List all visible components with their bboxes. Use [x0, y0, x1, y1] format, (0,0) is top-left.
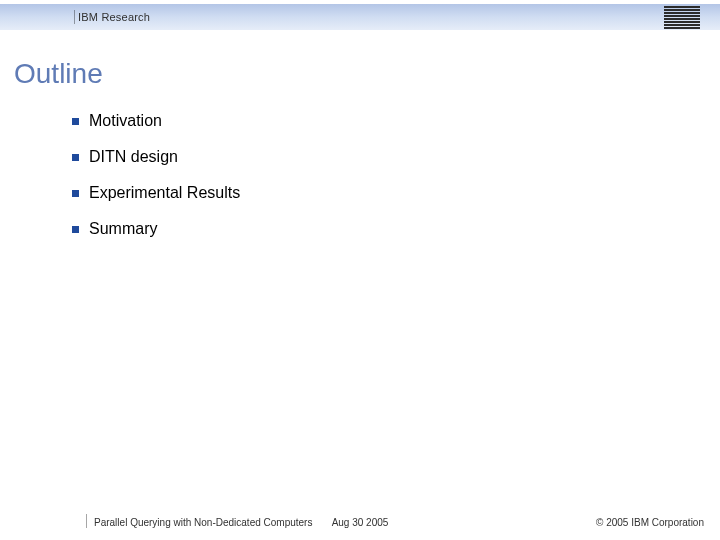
outline-list: Motivation DITN design Experimental Resu…: [72, 112, 680, 256]
footer-left-text: Parallel Querying with Non-Dedicated Com…: [94, 517, 312, 528]
square-bullet-icon: [72, 190, 79, 197]
list-item-label: Experimental Results: [89, 184, 240, 202]
square-bullet-icon: [72, 118, 79, 125]
footer-right-text: © 2005 IBM Corporation: [596, 517, 704, 528]
square-bullet-icon: [72, 154, 79, 161]
list-item: Experimental Results: [72, 184, 680, 202]
header-band: IBM Research: [0, 4, 720, 30]
list-item: DITN design: [72, 148, 680, 166]
slide: IBM Research Outline Motivation DITN des…: [0, 0, 720, 540]
square-bullet-icon: [72, 226, 79, 233]
ibm-logo-icon: [664, 6, 700, 29]
header-divider: [74, 10, 75, 24]
list-item: Summary: [72, 220, 680, 238]
list-item-label: Summary: [89, 220, 157, 238]
footer-divider: [86, 514, 87, 528]
list-item-label: Motivation: [89, 112, 162, 130]
header-inner: IBM Research: [78, 4, 700, 30]
list-item-label: DITN design: [89, 148, 178, 166]
list-item: Motivation: [72, 112, 680, 130]
header-org-label: IBM Research: [78, 11, 150, 23]
slide-title: Outline: [14, 58, 103, 90]
